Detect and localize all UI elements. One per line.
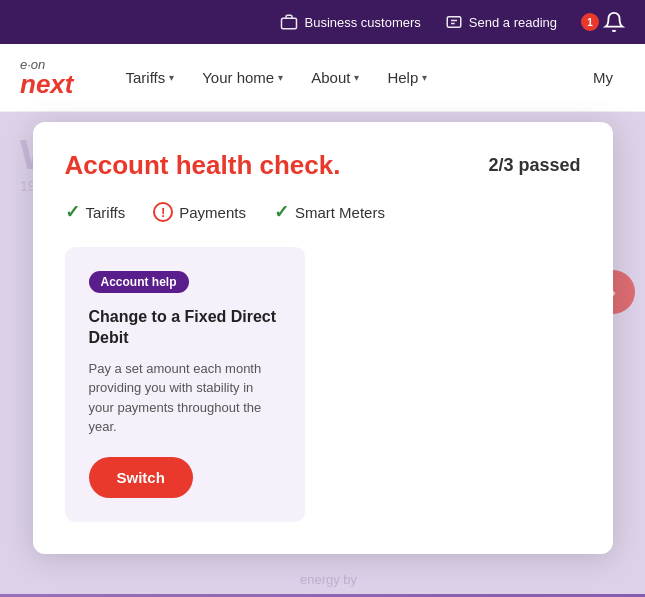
svg-rect-0	[282, 18, 297, 29]
check-item-smart-meters: ✓ Smart Meters	[274, 201, 385, 223]
meter-icon	[445, 13, 463, 31]
send-reading-link[interactable]: Send a reading	[445, 13, 557, 31]
briefcase-icon	[280, 13, 298, 31]
business-customers-link[interactable]: Business customers	[280, 13, 420, 31]
account-health-modal: Account health check. 2/3 passed ✓ Tarif…	[33, 122, 613, 554]
tariffs-chevron-icon: ▾	[169, 72, 174, 83]
nav-item-tariffs[interactable]: Tariffs ▾	[113, 61, 186, 94]
nav-about-label: About	[311, 69, 350, 86]
logo[interactable]: e·on next	[20, 58, 73, 97]
nav-your-home-label: Your home	[202, 69, 274, 86]
modal-overlay: Account health check. 2/3 passed ✓ Tarif…	[0, 112, 645, 597]
payments-warning-icon: !	[153, 202, 173, 222]
send-reading-label: Send a reading	[469, 15, 557, 30]
about-chevron-icon: ▾	[354, 72, 359, 83]
card-tag: Account help	[89, 271, 189, 293]
nav-help-label: Help	[387, 69, 418, 86]
check-items-list: ✓ Tariffs ! Payments ✓ Smart Meters	[65, 201, 581, 223]
tariffs-check-icon: ✓	[65, 201, 80, 223]
notification-count: 1	[581, 13, 599, 31]
check-item-tariffs: ✓ Tariffs	[65, 201, 126, 223]
modal-title: Account health check.	[65, 150, 341, 181]
nav-items: Tariffs ▾ Your home ▾ About ▾ Help ▾ My	[113, 61, 625, 94]
your-home-chevron-icon: ▾	[278, 72, 283, 83]
smart-meters-check-icon: ✓	[274, 201, 289, 223]
top-bar: Business customers Send a reading 1	[0, 0, 645, 44]
check-item-payments: ! Payments	[153, 202, 246, 222]
nav-item-help[interactable]: Help ▾	[375, 61, 439, 94]
nav-item-your-home[interactable]: Your home ▾	[190, 61, 295, 94]
payments-check-label: Payments	[179, 204, 246, 221]
modal-passed-label: 2/3 passed	[488, 155, 580, 176]
logo-next-text: next	[20, 71, 73, 97]
notification-bell[interactable]: 1	[581, 11, 625, 33]
account-help-card: Account help Change to a Fixed Direct De…	[65, 247, 305, 522]
nav-my-label: My	[593, 69, 613, 86]
tariffs-check-label: Tariffs	[86, 204, 126, 221]
business-customers-label: Business customers	[304, 15, 420, 30]
bell-icon	[603, 11, 625, 33]
switch-button[interactable]: Switch	[89, 457, 193, 498]
help-chevron-icon: ▾	[422, 72, 427, 83]
smart-meters-check-label: Smart Meters	[295, 204, 385, 221]
modal-header: Account health check. 2/3 passed	[65, 150, 581, 181]
svg-rect-1	[447, 17, 461, 28]
nav-bar: e·on next Tariffs ▾ Your home ▾ About ▾ …	[0, 44, 645, 112]
card-description: Pay a set amount each month providing yo…	[89, 359, 281, 437]
nav-tariffs-label: Tariffs	[125, 69, 165, 86]
nav-item-my[interactable]: My	[581, 61, 625, 94]
card-title: Change to a Fixed Direct Debit	[89, 307, 281, 349]
nav-item-about[interactable]: About ▾	[299, 61, 371, 94]
